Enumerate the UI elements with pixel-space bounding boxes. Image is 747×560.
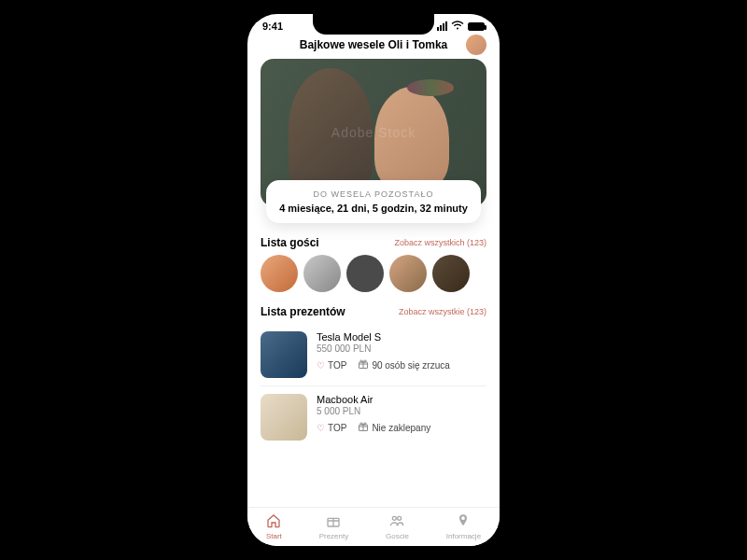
gift-status-chip: 90 osób się zrzuca: [358, 358, 449, 371]
app-header: Bajkowe wesele Oli i Tomka: [247, 35, 500, 59]
gift-price: 5 000 PLN: [317, 406, 486, 416]
gifts-icon: [326, 513, 341, 531]
svg-point-4: [398, 516, 402, 520]
status-right: [437, 20, 485, 33]
svg-point-3: [393, 516, 397, 520]
battery-icon: [468, 22, 485, 31]
gift-name: Tesla Model S: [317, 331, 486, 343]
gift-image: [261, 331, 307, 378]
countdown-label: DO WESELA POZOSTAŁO: [279, 189, 468, 199]
gift-card[interactable]: Macbook Air 5 000 PLN ♡TOP Nie zaklepany: [261, 386, 486, 448]
guests-title: Lista gości: [261, 236, 319, 249]
phone-frame: 9:41 Bajkowe wesele Oli i Tomka Adobe St…: [247, 14, 500, 546]
gift-icon: [358, 358, 369, 371]
nav-label: Informacje: [446, 532, 481, 540]
main-content[interactable]: Adobe Stock DO WESELA POZOSTAŁO 4 miesią…: [247, 59, 500, 507]
page-title: Bajkowe wesele Oli i Tomka: [300, 38, 448, 51]
nav-informacje[interactable]: Informacje: [446, 513, 481, 540]
guests-icon: [389, 513, 404, 531]
guest-avatar[interactable]: [432, 255, 470, 292]
nav-label: Goscie: [386, 532, 409, 540]
nav-prezenty[interactable]: Prezenty: [319, 513, 349, 540]
watermark: Adobe Stock: [331, 125, 416, 140]
gift-top-chip: ♡TOP: [317, 423, 346, 433]
gift-card[interactable]: Tesla Model S 550 000 PLN ♡TOP 90 osób s…: [261, 324, 486, 386]
signal-icon: [437, 21, 447, 31]
gift-name: Macbook Air: [317, 394, 486, 405]
heart-icon: ♡: [317, 423, 325, 433]
countdown-value: 4 miesiące, 21 dni, 5 godzin, 32 minuty: [279, 203, 468, 214]
notch: [313, 14, 434, 35]
gift-status-chip: Nie zaklepany: [358, 421, 430, 434]
gifts-section-head: Lista prezentów Zobacz wszystkie (123): [261, 305, 486, 318]
wifi-icon: [451, 20, 464, 33]
profile-avatar[interactable]: [466, 35, 486, 55]
gift-icon: [358, 421, 369, 434]
guests-row[interactable]: [261, 255, 486, 292]
info-icon: [456, 513, 471, 531]
home-icon: [266, 513, 281, 531]
nav-start[interactable]: Start: [266, 513, 282, 540]
status-time: 9:41: [262, 21, 283, 32]
gifts-title: Lista prezentów: [261, 305, 345, 318]
gift-price: 550 000 PLN: [317, 343, 486, 354]
guest-avatar[interactable]: [346, 255, 384, 292]
guests-see-all-link[interactable]: Zobacz wszystkich (123): [394, 238, 486, 247]
guest-avatar[interactable]: [389, 255, 427, 292]
gifts-see-all-link[interactable]: Zobacz wszystkie (123): [399, 307, 486, 316]
nav-label: Start: [266, 532, 282, 540]
gift-image: [261, 394, 307, 441]
nav-goscie[interactable]: Goscie: [386, 513, 409, 540]
nav-label: Prezenty: [319, 532, 349, 540]
guest-avatar[interactable]: [261, 255, 298, 292]
guests-section-head: Lista gości Zobacz wszystkich (123): [261, 236, 486, 249]
countdown-card: DO WESELA POZOSTAŁO 4 miesiące, 21 dni, …: [266, 180, 481, 223]
heart-icon: ♡: [317, 360, 325, 371]
guest-avatar[interactable]: [303, 255, 341, 292]
gift-top-chip: ♡TOP: [317, 360, 346, 371]
bottom-nav: Start Prezenty Goscie Informacje: [247, 507, 500, 546]
